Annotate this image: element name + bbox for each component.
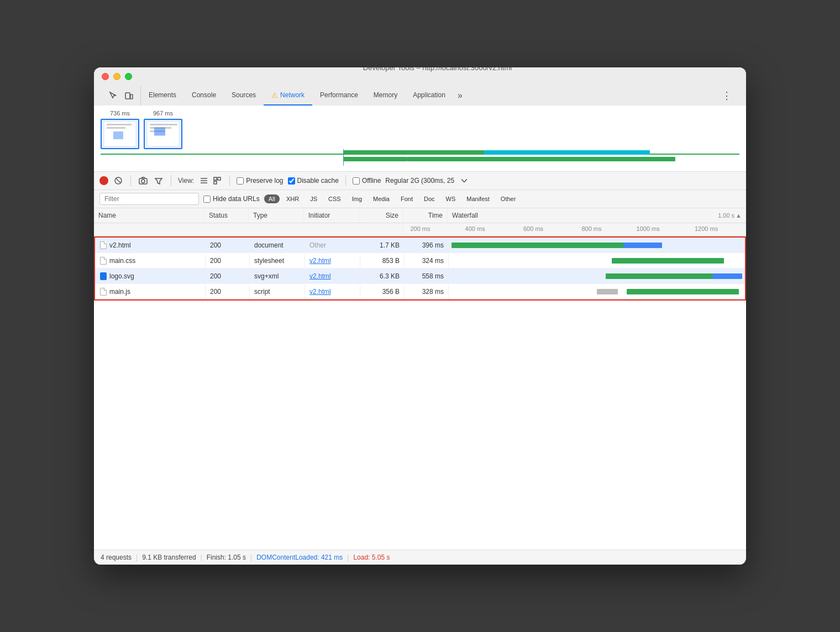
record-button[interactable] (99, 176, 108, 185)
more-tabs-button[interactable]: » (453, 91, 467, 101)
table-row[interactable]: logo.svg 200 svg+xml v2.html 6.3 KB 558 … (95, 268, 745, 284)
separator-1 (130, 175, 131, 186)
tab-elements[interactable]: Elements (141, 86, 184, 106)
row-initiator-logosvg[interactable]: v2.html (305, 270, 360, 283)
filter-all-btn[interactable]: All (264, 194, 280, 203)
col-header-size[interactable]: Size (359, 208, 403, 223)
waterfall-sort: 1.00 s ▲ (718, 212, 742, 219)
devtools-toolbar-icons (102, 86, 141, 106)
filter-xhr-btn[interactable]: XHR (282, 194, 303, 203)
tab-console[interactable]: Console (184, 86, 224, 106)
col-header-name[interactable]: Name (94, 208, 204, 223)
row-initiator-maincss[interactable]: v2.html (305, 254, 360, 267)
row-time-v2html: 396 ms (405, 239, 449, 252)
hide-data-urls-checkbox[interactable] (203, 196, 211, 203)
svg-line-3 (116, 178, 120, 183)
hide-data-urls-label[interactable]: Hide data URLs (203, 195, 260, 203)
filter-types: All XHR JS CSS Img Media Font Doc WS Man… (264, 194, 521, 203)
minimize-button[interactable] (113, 73, 120, 80)
col-header-initiator[interactable]: Initiator (304, 208, 359, 223)
table-row[interactable]: main.js 200 script v2.html 356 B 328 ms (95, 284, 745, 299)
devtools-window: Developer Tools – http://localhost:3000/… (94, 67, 746, 565)
screenshot-time-1: 736 ms (110, 110, 130, 117)
screenshot-item-2[interactable]: 967 ms (144, 110, 182, 149)
ruler-spacer (94, 223, 403, 236)
row-initiator-mainjs[interactable]: v2.html (305, 285, 360, 298)
wf-green-v2html (452, 243, 629, 248)
block-requests-icon[interactable] (113, 175, 124, 186)
tab-memory[interactable]: Memory (366, 86, 405, 106)
green-bar-1 (343, 150, 484, 155)
maximize-button[interactable] (125, 73, 132, 80)
screenshot-item[interactable]: 736 ms (101, 110, 139, 149)
row-type-mainjs: script (250, 285, 305, 298)
row-name-maincss: main.css (95, 254, 206, 267)
col-header-time[interactable]: Time (403, 208, 448, 223)
row-name-logosvg: logo.svg (95, 270, 206, 283)
disable-cache-text: Disable cache (297, 177, 339, 185)
col-header-status[interactable]: Status (204, 208, 249, 223)
table-header: Name Status Type Initiator Size Time Wat… (94, 208, 746, 223)
device-toggle-icon[interactable] (123, 89, 135, 102)
screenshot-time-2: 967 ms (153, 110, 173, 117)
inspect-element-icon[interactable] (107, 89, 119, 102)
filter-font-btn[interactable]: Font (396, 194, 417, 203)
hide-data-urls-text: Hide data URLs (213, 195, 260, 203)
offline-label[interactable]: Offline (353, 177, 381, 185)
ruler-1200ms: 1200 ms (695, 225, 718, 232)
dom-content-loaded: DOMContentLoaded: 421 ms (256, 554, 343, 561)
close-button[interactable] (102, 73, 109, 80)
filter-icon[interactable] (153, 175, 164, 186)
screenshot-thumb-1[interactable] (101, 119, 139, 149)
devtools-menu-button[interactable]: ⋮ (715, 86, 738, 106)
filter-img-btn[interactable]: Img (348, 194, 366, 203)
svg-rect-11 (214, 181, 217, 184)
cyan-bar-1 (484, 150, 650, 155)
filter-manifest-btn[interactable]: Manifest (462, 194, 494, 203)
camera-icon[interactable] (138, 175, 149, 186)
filter-ws-btn[interactable]: WS (442, 194, 460, 203)
wf-green-logosvg (606, 273, 718, 279)
preserve-log-label[interactable]: Preserve log (237, 177, 283, 185)
tab-application[interactable]: Application (405, 86, 453, 106)
network-toolbar: View: Preserve log Disable (94, 172, 746, 190)
title-bar: Developer Tools – http://localhost:3000/… (94, 67, 746, 106)
offline-text: Offline (362, 177, 381, 185)
svg-rect-1 (130, 94, 133, 99)
table-row[interactable]: v2.html 200 document Other 1.7 KB 396 ms (95, 238, 745, 253)
disable-cache-checkbox[interactable] (288, 177, 295, 185)
preserve-log-checkbox[interactable] (237, 177, 244, 185)
filter-media-btn[interactable]: Media (369, 194, 394, 203)
filter-css-btn[interactable]: CSS (324, 194, 345, 203)
offline-checkbox[interactable] (353, 177, 360, 185)
row-waterfall-maincss (449, 253, 745, 268)
list-view-icon[interactable] (198, 175, 209, 186)
tab-performance[interactable]: Performance (312, 86, 366, 106)
filter-js-btn[interactable]: JS (306, 194, 322, 203)
wf-green-mainjs (627, 289, 739, 294)
col-header-type[interactable]: Type (249, 208, 304, 223)
tab-network[interactable]: ⚠ Network (264, 86, 312, 106)
tab-sources[interactable]: Sources (224, 86, 264, 106)
wf-gray-mainjs (597, 289, 618, 294)
wf-green-maincss (612, 258, 725, 264)
ruler-row: 200 ms 400 ms 600 ms 800 ms 1000 ms 1200… (94, 223, 746, 236)
filter-input[interactable] (99, 193, 199, 205)
row-status-mainjs: 200 (206, 285, 250, 298)
row-status-logosvg: 200 (206, 270, 250, 283)
throttle-dropdown-icon[interactable] (459, 175, 470, 186)
row-size-maincss: 853 B (360, 254, 405, 267)
separator-4 (345, 175, 346, 186)
ruler-200ms: 200 ms (410, 225, 430, 232)
status-bar: 4 requests | 9.1 KB transferred | Finish… (94, 550, 746, 565)
col-header-waterfall[interactable]: Waterfall 1.00 s ▲ (448, 208, 746, 223)
filter-doc-btn[interactable]: Doc (419, 194, 439, 203)
grouped-view-icon[interactable] (212, 175, 223, 186)
filter-other-btn[interactable]: Other (496, 194, 521, 203)
table-row[interactable]: main.css 200 stylesheet v2.html 853 B 32… (95, 253, 745, 268)
page-mockup-2 (148, 122, 179, 146)
empty-space (94, 301, 746, 550)
screenshot-thumb-2[interactable] (144, 119, 182, 149)
disable-cache-label[interactable]: Disable cache (288, 177, 339, 185)
row-waterfall-logosvg (449, 268, 745, 283)
